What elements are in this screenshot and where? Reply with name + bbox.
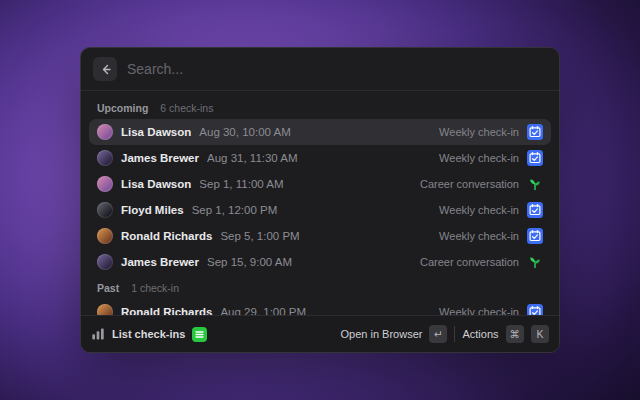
extension-icon [192,327,207,342]
avatar [97,150,113,166]
calendar-check-icon [527,304,543,315]
checkin-date: Aug 29, 1:00 PM [220,306,306,315]
person-name: Lisa Dawson [121,126,191,138]
person-name: James Brewer [121,152,199,164]
checkin-date: Aug 30, 10:00 AM [199,126,290,138]
desktop-background: Upcoming 6 check-ins Lisa Dawson Aug 30,… [0,0,640,400]
seedling-icon [527,254,543,270]
avatar [97,228,113,244]
list-item[interactable]: James Brewer Sep 15, 9:00 AM Career conv… [89,249,551,275]
person-name: James Brewer [121,256,199,268]
command-title: List check-ins [112,328,185,340]
calendar-check-icon [527,124,543,140]
person-name: Ronald Richards [121,306,212,315]
checkin-type: Weekly check-in [439,306,519,315]
avatar [97,202,113,218]
search-bar [81,48,559,91]
list-item[interactable]: James Brewer Aug 31, 11:30 AM Weekly che… [89,145,551,171]
avatar [97,254,113,270]
avatar [97,124,113,140]
list-item[interactable]: Lisa Dawson Sep 1, 11:00 AM Career conve… [89,171,551,197]
checkin-date: Sep 15, 9:00 AM [207,256,292,268]
section-count: 6 check-ins [160,102,213,114]
cmd-key[interactable]: ⌘ [506,325,525,343]
section-header-past: Past 1 check-in [89,275,551,299]
seedling-icon [527,176,543,192]
checkin-type: Weekly check-in [439,204,519,216]
back-arrow-icon [99,63,112,76]
checkin-type: Weekly check-in [439,230,519,242]
checkin-date: Sep 1, 12:00 PM [192,204,278,216]
command-info: List check-ins [91,327,207,342]
k-key[interactable]: K [531,325,549,343]
bar-chart-icon [91,327,105,341]
calendar-check-icon [527,202,543,218]
section-header-upcoming: Upcoming 6 check-ins [89,95,551,119]
person-name: Lisa Dawson [121,178,191,190]
person-name: Floyd Miles [121,204,184,216]
list-item[interactable]: Ronald Richards Sep 5, 1:00 PM Weekly ch… [89,223,551,249]
avatar [97,176,113,192]
command-palette: Upcoming 6 check-ins Lisa Dawson Aug 30,… [80,47,560,353]
actions-button[interactable]: Actions [462,328,498,340]
checkin-type: Career conversation [420,178,519,190]
section-label: Upcoming [97,102,148,114]
list-item[interactable]: Lisa Dawson Aug 30, 10:00 AM Weekly chec… [89,119,551,145]
list-item[interactable]: Ronald Richards Aug 29, 1:00 PM Weekly c… [89,299,551,315]
back-button[interactable] [93,57,117,81]
checkin-date: Aug 31, 11:30 AM [207,152,298,164]
footer-divider [454,326,455,342]
checkin-type: Weekly check-in [439,152,519,164]
list-item[interactable]: Floyd Miles Sep 1, 12:00 PM Weekly check… [89,197,551,223]
calendar-check-icon [527,150,543,166]
section-label: Past [97,282,119,294]
results-list: Upcoming 6 check-ins Lisa Dawson Aug 30,… [81,91,559,315]
checkin-type: Career conversation [420,256,519,268]
search-input[interactable] [127,61,547,77]
action-bar: List check-ins Open in Browser ↵ Actions… [81,315,559,352]
checkin-type: Weekly check-in [439,126,519,138]
enter-key[interactable]: ↵ [429,325,447,343]
calendar-check-icon [527,228,543,244]
person-name: Ronald Richards [121,230,212,242]
section-count: 1 check-in [131,282,179,294]
open-in-browser-button[interactable]: Open in Browser [340,328,422,340]
avatar [97,304,113,315]
checkin-date: Sep 1, 11:00 AM [199,178,283,190]
checkin-date: Sep 5, 1:00 PM [220,230,299,242]
